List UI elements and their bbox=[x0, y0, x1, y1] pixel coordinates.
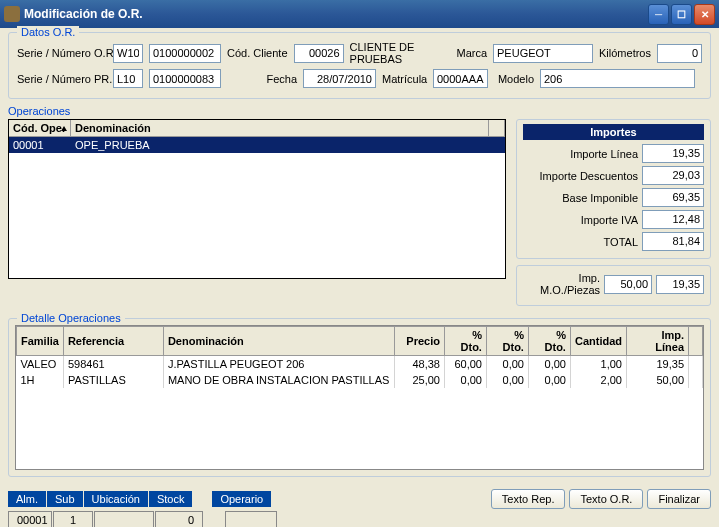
status-alm: 00001 bbox=[8, 511, 52, 527]
app-icon bbox=[4, 6, 20, 22]
cod-cliente-label: Cód. Cliente bbox=[227, 47, 288, 59]
det-col-familia[interactable]: Familia bbox=[17, 327, 64, 356]
datos-or-legend: Datos O.R. bbox=[17, 26, 79, 38]
km-label: Kilómetros bbox=[599, 47, 651, 59]
imp-linea-label: Importe Línea bbox=[523, 148, 638, 160]
operaciones-grid[interactable]: Cód. Ope. Denominación 00001 OPE_PRUEBA bbox=[8, 119, 506, 279]
modelo-label: Modelo bbox=[494, 73, 534, 85]
tab-stock[interactable]: Stock bbox=[149, 491, 193, 507]
det-col-dto3[interactable]: % Dto. bbox=[528, 327, 570, 356]
status-sub: 1 bbox=[53, 511, 93, 527]
datos-or-group: Datos O.R. Serie / Número O.R. Cód. Clie… bbox=[8, 32, 711, 99]
maximize-button[interactable]: ☐ bbox=[671, 4, 692, 25]
marca-label: Marca bbox=[456, 47, 487, 59]
imp-total-value: 81,84 bbox=[642, 232, 704, 251]
tab-sub[interactable]: Sub bbox=[47, 491, 83, 507]
close-button[interactable]: ✕ bbox=[694, 4, 715, 25]
operaciones-label: Operaciones bbox=[8, 105, 506, 117]
serie-or-serie-field[interactable] bbox=[113, 44, 143, 63]
tab-operario[interactable]: Operario bbox=[212, 491, 271, 507]
window-title: Modificación de O.R. bbox=[24, 7, 648, 21]
det-col-cant[interactable]: Cantidad bbox=[570, 327, 626, 356]
footer-tabstrip: Alm. Sub Ubicación Stock bbox=[8, 491, 192, 507]
imp-total-label: TOTAL bbox=[523, 236, 638, 248]
texto-or-button[interactable]: Texto O.R. bbox=[569, 489, 643, 509]
texto-rep-button[interactable]: Texto Rep. bbox=[491, 489, 566, 509]
imp-iva-value: 12,48 bbox=[642, 210, 704, 229]
imp-mo-value: 50,00 bbox=[604, 275, 652, 294]
det-col-imp[interactable]: Imp. Línea bbox=[627, 327, 689, 356]
fecha-label: Fecha bbox=[227, 73, 297, 85]
status-operario bbox=[225, 511, 277, 527]
imp-desc-value: 29,03 bbox=[642, 166, 704, 185]
det-col-dto2[interactable]: % Dto. bbox=[486, 327, 528, 356]
det-col-precio[interactable]: Precio bbox=[394, 327, 444, 356]
minimize-button[interactable]: ─ bbox=[648, 4, 669, 25]
serie-pr-serie-field[interactable] bbox=[113, 69, 143, 88]
detalle-grid[interactable]: Familia Referencia Denominación Precio %… bbox=[15, 325, 704, 470]
ops-col-spacer bbox=[489, 120, 505, 136]
serie-or-label: Serie / Número O.R. bbox=[17, 47, 107, 59]
det-col-ref[interactable]: Referencia bbox=[63, 327, 163, 356]
imp-piezas-value: 19,35 bbox=[656, 275, 704, 294]
modelo-field[interactable] bbox=[540, 69, 695, 88]
det-col-den[interactable]: Denominación bbox=[163, 327, 394, 356]
ops-col-cod[interactable]: Cód. Ope. bbox=[9, 120, 71, 136]
titlebar: Modificación de O.R. ─ ☐ ✕ bbox=[0, 0, 719, 28]
matricula-label: Matrícula bbox=[382, 73, 427, 85]
ops-row-cod: 00001 bbox=[9, 137, 71, 153]
det-col-dto1[interactable]: % Dto. bbox=[444, 327, 486, 356]
tab-alm[interactable]: Alm. bbox=[8, 491, 46, 507]
detalle-row[interactable]: 1HPASTILLASMANO DE OBRA INSTALACION PAST… bbox=[17, 372, 703, 388]
imp-desc-label: Importe Descuentos bbox=[523, 170, 638, 182]
ops-row[interactable]: 00001 OPE_PRUEBA bbox=[9, 137, 505, 153]
importes-header: Importes bbox=[523, 124, 704, 140]
ops-col-den[interactable]: Denominación bbox=[71, 120, 489, 136]
imp-iva-label: Importe IVA bbox=[523, 214, 638, 226]
fecha-field[interactable] bbox=[303, 69, 376, 88]
cod-cliente-field[interactable] bbox=[294, 44, 344, 63]
status-ubic bbox=[94, 511, 154, 527]
finalizar-button[interactable]: Finalizar bbox=[647, 489, 711, 509]
serie-pr-num-field[interactable] bbox=[149, 69, 221, 88]
km-field[interactable] bbox=[657, 44, 702, 63]
serie-or-num-field[interactable] bbox=[149, 44, 221, 63]
ops-row-den: OPE_PRUEBA bbox=[71, 137, 505, 153]
imp-mo-label: Imp. M.O./Piezas bbox=[523, 272, 600, 296]
status-stock: 0 bbox=[155, 511, 203, 527]
imp-base-value: 69,35 bbox=[642, 188, 704, 207]
detalle-row[interactable]: VALEO598461J.PASTILLA PEUGEOT 20648,3860… bbox=[17, 356, 703, 373]
tab-ubicacion[interactable]: Ubicación bbox=[84, 491, 148, 507]
imp-base-label: Base Imponible bbox=[523, 192, 638, 204]
cliente-nombre: CLIENTE DE PRUEBAS bbox=[350, 41, 451, 65]
marca-field[interactable] bbox=[493, 44, 593, 63]
serie-pr-label: Serie / Número PR. bbox=[17, 73, 107, 85]
detalle-label: Detalle Operaciones bbox=[17, 312, 125, 324]
matricula-field[interactable] bbox=[433, 69, 488, 88]
imp-linea-value: 19,35 bbox=[642, 144, 704, 163]
